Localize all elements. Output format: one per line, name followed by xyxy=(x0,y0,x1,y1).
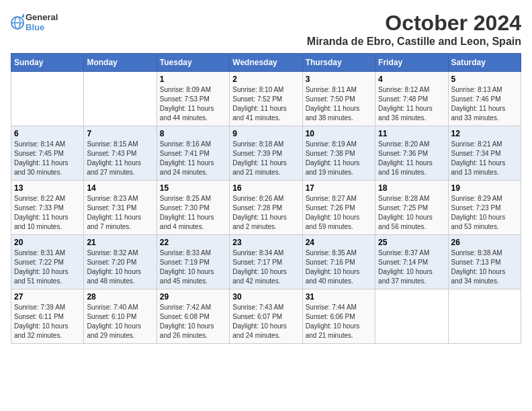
calendar-cell: 28Sunrise: 7:40 AM Sunset: 6:10 PM Dayli… xyxy=(84,289,157,344)
day-number: 5 xyxy=(451,75,518,84)
day-number: 15 xyxy=(160,183,226,193)
calendar-cell: 26Sunrise: 8:38 AM Sunset: 7:13 PM Dayli… xyxy=(448,235,521,289)
day-info: Sunrise: 8:35 AM Sunset: 7:16 PM Dayligh… xyxy=(306,248,372,286)
calendar-cell: 9Sunrise: 8:18 AM Sunset: 7:39 PM Daylig… xyxy=(230,126,302,181)
calendar-cell: 31Sunrise: 7:44 AM Sunset: 6:06 PM Dayli… xyxy=(302,289,375,344)
calendar-cell: 1Sunrise: 8:09 AM Sunset: 7:53 PM Daylig… xyxy=(157,72,229,126)
calendar-week-row: 13Sunrise: 8:22 AM Sunset: 7:33 PM Dayli… xyxy=(11,181,521,235)
calendar-cell: 11Sunrise: 8:20 AM Sunset: 7:36 PM Dayli… xyxy=(375,126,448,181)
day-number: 21 xyxy=(87,238,153,247)
calendar-cell: 13Sunrise: 8:22 AM Sunset: 7:33 PM Dayli… xyxy=(11,181,84,235)
day-number: 29 xyxy=(160,292,226,302)
month-title: October 2024 xyxy=(307,11,521,36)
day-number: 30 xyxy=(232,292,299,302)
day-number: 28 xyxy=(87,292,153,302)
calendar-cell: 10Sunrise: 8:19 AM Sunset: 7:38 PM Dayli… xyxy=(302,126,375,181)
day-number: 26 xyxy=(451,238,518,247)
day-info: Sunrise: 8:11 AM Sunset: 7:50 PM Dayligh… xyxy=(306,85,372,123)
day-info: Sunrise: 8:09 AM Sunset: 7:53 PM Dayligh… xyxy=(160,85,226,123)
calendar-cell: 22Sunrise: 8:33 AM Sunset: 7:19 PM Dayli… xyxy=(157,235,229,289)
day-number: 23 xyxy=(232,238,299,247)
day-number: 24 xyxy=(306,238,372,247)
calendar-cell xyxy=(448,289,521,344)
day-number: 8 xyxy=(160,129,226,138)
day-number: 25 xyxy=(378,238,445,247)
logo-text-blue: Blue xyxy=(26,23,58,33)
calendar-cell: 8Sunrise: 8:16 AM Sunset: 7:41 PM Daylig… xyxy=(157,126,229,181)
day-info: Sunrise: 7:44 AM Sunset: 6:06 PM Dayligh… xyxy=(306,303,372,340)
day-number: 13 xyxy=(14,183,81,193)
day-info: Sunrise: 8:10 AM Sunset: 7:52 PM Dayligh… xyxy=(232,85,299,123)
calendar-cell: 2Sunrise: 8:10 AM Sunset: 7:52 PM Daylig… xyxy=(230,72,302,126)
calendar-week-row: 20Sunrise: 8:31 AM Sunset: 7:22 PM Dayli… xyxy=(11,235,521,289)
day-number: 10 xyxy=(306,129,372,138)
day-number: 1 xyxy=(160,75,226,84)
location-title: Miranda de Ebro, Castille and Leon, Spai… xyxy=(307,36,521,48)
day-info: Sunrise: 8:16 AM Sunset: 7:41 PM Dayligh… xyxy=(160,140,226,177)
calendar-cell: 20Sunrise: 8:31 AM Sunset: 7:22 PM Dayli… xyxy=(11,235,84,289)
calendar-cell: 30Sunrise: 7:43 AM Sunset: 6:07 PM Dayli… xyxy=(230,289,302,344)
day-info: Sunrise: 8:32 AM Sunset: 7:20 PM Dayligh… xyxy=(87,248,153,286)
calendar-cell: 6Sunrise: 8:14 AM Sunset: 7:45 PM Daylig… xyxy=(11,126,84,181)
day-info: Sunrise: 8:38 AM Sunset: 7:13 PM Dayligh… xyxy=(451,248,518,286)
day-info: Sunrise: 8:37 AM Sunset: 7:14 PM Dayligh… xyxy=(378,248,445,286)
calendar-cell: 25Sunrise: 8:37 AM Sunset: 7:14 PM Dayli… xyxy=(375,235,448,289)
weekday-header: Tuesday xyxy=(157,54,229,72)
calendar-cell: 15Sunrise: 8:25 AM Sunset: 7:30 PM Dayli… xyxy=(157,181,229,235)
calendar-cell: 27Sunrise: 7:39 AM Sunset: 6:11 PM Dayli… xyxy=(11,289,84,344)
day-number: 17 xyxy=(306,183,372,193)
day-info: Sunrise: 8:26 AM Sunset: 7:28 PM Dayligh… xyxy=(232,194,299,232)
calendar-cell: 14Sunrise: 8:23 AM Sunset: 7:31 PM Dayli… xyxy=(84,181,157,235)
day-number: 18 xyxy=(378,183,445,193)
day-info: Sunrise: 8:25 AM Sunset: 7:30 PM Dayligh… xyxy=(160,194,226,232)
calendar-cell: 16Sunrise: 8:26 AM Sunset: 7:28 PM Dayli… xyxy=(230,181,302,235)
day-info: Sunrise: 8:18 AM Sunset: 7:39 PM Dayligh… xyxy=(232,140,299,177)
logo-globe-icon xyxy=(11,11,24,35)
calendar-table: SundayMondayTuesdayWednesdayThursdayFrid… xyxy=(11,53,521,344)
calendar-cell xyxy=(84,72,157,126)
day-number: 19 xyxy=(451,183,518,193)
weekday-header: Monday xyxy=(84,54,157,72)
day-info: Sunrise: 8:19 AM Sunset: 7:38 PM Dayligh… xyxy=(306,140,372,177)
day-number: 2 xyxy=(232,75,299,84)
day-info: Sunrise: 7:39 AM Sunset: 6:11 PM Dayligh… xyxy=(14,303,81,340)
day-info: Sunrise: 8:12 AM Sunset: 7:48 PM Dayligh… xyxy=(378,85,445,123)
weekday-header: Friday xyxy=(375,54,448,72)
weekday-header-row: SundayMondayTuesdayWednesdayThursdayFrid… xyxy=(11,54,521,72)
title-area: October 2024 Miranda de Ebro, Castille a… xyxy=(307,11,521,48)
svg-marker-3 xyxy=(21,13,24,17)
calendar-cell: 23Sunrise: 8:34 AM Sunset: 7:17 PM Dayli… xyxy=(230,235,302,289)
day-info: Sunrise: 7:42 AM Sunset: 6:08 PM Dayligh… xyxy=(160,303,226,340)
calendar-cell: 12Sunrise: 8:21 AM Sunset: 7:34 PM Dayli… xyxy=(448,126,521,181)
day-info: Sunrise: 8:13 AM Sunset: 7:46 PM Dayligh… xyxy=(451,85,518,123)
day-number: 11 xyxy=(378,129,445,138)
calendar-cell: 4Sunrise: 8:12 AM Sunset: 7:48 PM Daylig… xyxy=(375,72,448,126)
calendar-cell: 7Sunrise: 8:15 AM Sunset: 7:43 PM Daylig… xyxy=(84,126,157,181)
day-number: 27 xyxy=(14,292,81,302)
logo-text-general: General xyxy=(26,13,58,23)
day-info: Sunrise: 8:34 AM Sunset: 7:17 PM Dayligh… xyxy=(232,248,299,286)
day-info: Sunrise: 8:14 AM Sunset: 7:45 PM Dayligh… xyxy=(14,140,81,177)
calendar-week-row: 6Sunrise: 8:14 AM Sunset: 7:45 PM Daylig… xyxy=(11,126,521,181)
calendar-cell: 5Sunrise: 8:13 AM Sunset: 7:46 PM Daylig… xyxy=(448,72,521,126)
calendar-cell: 17Sunrise: 8:27 AM Sunset: 7:26 PM Dayli… xyxy=(302,181,375,235)
day-info: Sunrise: 8:23 AM Sunset: 7:31 PM Dayligh… xyxy=(87,194,153,232)
day-info: Sunrise: 7:40 AM Sunset: 6:10 PM Dayligh… xyxy=(87,303,153,340)
calendar-cell xyxy=(375,289,448,344)
day-number: 14 xyxy=(87,183,153,193)
day-number: 4 xyxy=(378,75,445,84)
day-number: 12 xyxy=(451,129,518,138)
calendar-cell: 29Sunrise: 7:42 AM Sunset: 6:08 PM Dayli… xyxy=(157,289,229,344)
day-number: 3 xyxy=(306,75,372,84)
weekday-header: Wednesday xyxy=(230,54,302,72)
calendar-week-row: 27Sunrise: 7:39 AM Sunset: 6:11 PM Dayli… xyxy=(11,289,521,344)
calendar-cell: 3Sunrise: 8:11 AM Sunset: 7:50 PM Daylig… xyxy=(302,72,375,126)
day-info: Sunrise: 8:31 AM Sunset: 7:22 PM Dayligh… xyxy=(14,248,81,286)
day-info: Sunrise: 8:27 AM Sunset: 7:26 PM Dayligh… xyxy=(306,194,372,232)
day-info: Sunrise: 8:21 AM Sunset: 7:34 PM Dayligh… xyxy=(451,140,518,177)
logo: General Blue xyxy=(11,11,58,35)
header: General Blue October 2024 Miranda de Ebr… xyxy=(11,11,521,48)
day-info: Sunrise: 8:15 AM Sunset: 7:43 PM Dayligh… xyxy=(87,140,153,177)
calendar-cell xyxy=(11,72,84,126)
weekday-header: Sunday xyxy=(11,54,84,72)
